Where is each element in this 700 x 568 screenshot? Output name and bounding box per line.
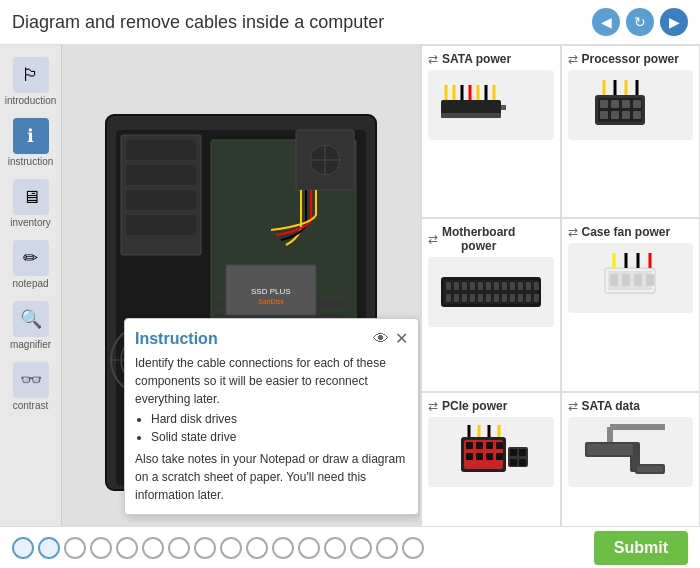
svg-rect-69 [478,294,483,302]
svg-rect-75 [526,294,531,302]
svg-rect-111 [587,444,633,455]
svg-rect-53 [446,282,451,290]
svg-rect-89 [466,442,473,449]
popup-close-button[interactable]: ✕ [395,329,408,348]
header: Diagram and remove cables inside a compu… [0,0,700,45]
glasses-icon: 👓 [13,362,49,398]
svg-rect-6 [126,215,196,235]
sidebar-item-magnifier[interactable]: 🔍 magnifier [3,297,59,354]
cable-connect-icon-6: ⇄ [568,399,578,413]
refresh-button[interactable]: ↻ [626,8,654,36]
magnifier-icon: 🔍 [13,301,49,337]
svg-rect-80 [622,274,630,286]
popup-intro: Identify the cable connections for each … [135,354,408,408]
progress-dot-12 [298,537,320,559]
svg-rect-93 [466,453,473,460]
next-button[interactable]: ▶ [660,8,688,36]
monitor-icon: 🖥 [13,179,49,215]
cable-pcie-power-image [428,417,554,487]
svg-rect-58 [486,282,491,290]
cable-card-case-fan-power-header: ⇄ Case fan power [568,225,694,239]
sidebar-item-introduction[interactable]: 🏳 introduction [3,53,59,110]
svg-rect-94 [476,453,483,460]
svg-rect-96 [496,453,503,460]
sidebar-item-instruction[interactable]: ℹ instruction [3,114,59,171]
sidebar-item-inventory[interactable]: 🖥 inventory [3,175,59,232]
cable-card-pcie-power-header: ⇄ PCIe power [428,399,554,413]
cable-card-processor-power-label: Processor power [582,52,679,66]
svg-rect-55 [462,282,467,290]
flag-icon: 🏳 [13,57,49,93]
progress-dot-6 [142,537,164,559]
popup-bullets: Hard disk drives Solid state drive [151,410,408,446]
svg-rect-27 [441,100,501,115]
cable-card-sata-power[interactable]: ⇄ SATA power [421,45,561,218]
cable-card-case-fan-power[interactable]: ⇄ Case fan power [561,218,701,391]
popup-title: Instruction [135,330,218,348]
svg-rect-72 [502,294,507,302]
center-area: SSD PLUS SanDisk [62,45,420,565]
cable-card-processor-power-header: ⇄ Processor power [568,52,694,66]
cable-card-case-fan-power-label: Case fan power [582,225,671,239]
svg-rect-57 [478,282,483,290]
sidebar-label-instruction: instruction [8,156,54,167]
popup-bullet-1: Hard disk drives [151,410,408,428]
svg-rect-41 [622,100,630,108]
progress-dot-10 [246,537,268,559]
sidebar-label-magnifier: magnifier [10,339,51,350]
sidebar-item-notepad[interactable]: ✏ notepad [3,236,59,293]
cable-connect-icon-3: ⇄ [428,232,438,246]
svg-text:SanDisk: SanDisk [258,298,285,305]
svg-rect-68 [470,294,475,302]
progress-dot-7 [168,537,190,559]
svg-rect-79 [610,274,618,286]
svg-rect-45 [622,111,630,119]
cable-card-sata-power-header: ⇄ SATA power [428,52,554,66]
svg-rect-90 [476,442,483,449]
svg-rect-61 [510,282,515,290]
progress-dot-3 [64,537,86,559]
cable-card-sata-data-label: SATA data [582,399,640,413]
page-title: Diagram and remove cables inside a compu… [12,12,384,33]
cable-connect-icon-5: ⇄ [428,399,438,413]
main-layout: 🏳 introduction ℹ instruction 🖥 inventory… [0,45,700,565]
sidebar-item-contrast[interactable]: 👓 contrast [3,358,59,415]
cable-card-processor-power[interactable]: ⇄ Processor power [561,45,701,218]
progress-dots [12,537,586,559]
progress-dot-4 [90,537,112,559]
cable-card-motherboard-power[interactable]: ⇄ Motherboardpower [421,218,561,391]
right-panel: ⇄ SATA power [420,45,700,565]
svg-rect-40 [611,100,619,108]
prev-button[interactable]: ◀ [592,8,620,36]
svg-rect-67 [462,294,467,302]
submit-button[interactable]: Submit [594,531,688,565]
svg-rect-60 [502,282,507,290]
popup-header: Instruction 👁 ✕ [135,329,408,348]
svg-rect-76 [534,294,539,302]
pencil-icon: ✏ [13,240,49,276]
sidebar-label-introduction: introduction [5,95,57,106]
svg-rect-59 [494,282,499,290]
popup-view-button[interactable]: 👁 [373,329,389,348]
svg-rect-74 [518,294,523,302]
instruction-popup: Instruction 👁 ✕ Identify the cable conne… [124,318,419,515]
svg-rect-95 [486,453,493,460]
svg-rect-56 [470,282,475,290]
svg-rect-46 [633,111,641,119]
cable-sata-power-image [428,70,554,140]
svg-rect-104 [510,459,517,466]
svg-rect-66 [454,294,459,302]
svg-rect-62 [518,282,523,290]
progress-dot-16 [402,537,424,559]
cable-connect-icon: ⇄ [428,52,438,66]
cable-card-sata-data-header: ⇄ SATA data [568,399,694,413]
svg-rect-39 [600,100,608,108]
svg-rect-36 [441,113,501,118]
progress-dot-2 [38,537,60,559]
svg-rect-71 [494,294,499,302]
cable-motherboard-power-image [428,257,554,327]
svg-rect-65 [446,294,451,302]
sidebar: 🏳 introduction ℹ instruction 🖥 inventory… [0,45,62,565]
svg-text:SSD PLUS: SSD PLUS [251,287,291,296]
progress-dot-9 [220,537,242,559]
